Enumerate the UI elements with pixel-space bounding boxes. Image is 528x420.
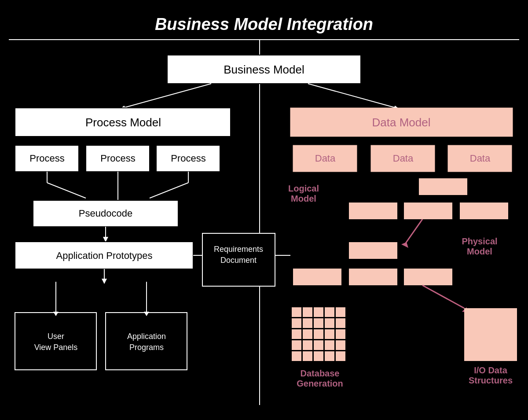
svg-line-7 (308, 84, 396, 108)
svg-rect-45 (419, 178, 467, 195)
svg-rect-46 (349, 203, 397, 219)
svg-marker-99 (348, 333, 352, 338)
svg-rect-92 (314, 351, 323, 361)
svg-rect-75 (292, 318, 301, 328)
svg-rect-77 (314, 318, 323, 328)
svg-marker-50 (401, 242, 408, 248)
svg-rect-3 (167, 55, 361, 84)
svg-rect-74 (336, 307, 345, 317)
svg-text:Data: Data (315, 153, 336, 164)
svg-text:Structures: Structures (469, 376, 513, 385)
svg-rect-88 (325, 340, 334, 350)
svg-rect-83 (325, 329, 334, 339)
svg-text:Document: Document (220, 256, 257, 265)
svg-line-5 (123, 84, 211, 108)
svg-rect-84 (336, 329, 345, 339)
svg-text:Application Prototypes: Application Prototypes (56, 250, 153, 261)
svg-marker-39 (102, 279, 107, 284)
svg-text:Programs: Programs (129, 343, 164, 352)
svg-text:Database: Database (301, 368, 340, 378)
svg-text:Model: Model (291, 194, 316, 203)
svg-text:Requirements: Requirements (214, 245, 263, 254)
svg-rect-97 (464, 308, 517, 361)
svg-rect-21 (371, 145, 435, 172)
svg-marker-35 (103, 237, 108, 242)
svg-text:Process: Process (171, 153, 205, 164)
svg-rect-23 (448, 145, 512, 172)
svg-text:Generation: Generation (297, 379, 343, 388)
svg-text:Data Model: Data Model (372, 116, 431, 129)
svg-rect-82 (314, 329, 323, 339)
svg-rect-80 (292, 329, 301, 339)
svg-rect-85 (292, 340, 301, 350)
svg-text:Process: Process (29, 153, 64, 164)
svg-marker-58 (462, 307, 469, 313)
svg-text:Physical: Physical (462, 236, 497, 246)
title-text: Business Model Integration (155, 15, 373, 33)
svg-rect-76 (303, 318, 312, 328)
svg-rect-89 (336, 340, 345, 350)
svg-rect-69 (290, 306, 350, 365)
svg-rect-36 (15, 242, 193, 269)
svg-rect-15 (86, 145, 150, 172)
svg-rect-55 (349, 269, 397, 285)
svg-rect-11 (290, 108, 513, 136)
svg-text:Data: Data (393, 153, 414, 164)
svg-rect-79 (336, 318, 345, 328)
svg-rect-71 (303, 307, 312, 317)
svg-rect-48 (460, 203, 508, 219)
svg-rect-47 (404, 203, 452, 219)
svg-rect-0 (0, 0, 528, 420)
svg-rect-87 (314, 340, 323, 350)
svg-text:Process Model: Process Model (85, 116, 161, 129)
svg-rect-73 (325, 307, 334, 317)
svg-text:I/O Data: I/O Data (474, 365, 507, 375)
svg-rect-86 (303, 340, 312, 350)
svg-marker-68 (144, 312, 149, 316)
svg-text:View Panels: View Panels (34, 343, 78, 352)
svg-rect-59 (15, 313, 96, 370)
svg-line-29 (150, 183, 188, 198)
svg-rect-54 (293, 269, 341, 285)
svg-rect-9 (15, 108, 231, 136)
svg-rect-19 (293, 145, 357, 172)
svg-rect-62 (106, 313, 187, 370)
svg-text:User: User (48, 332, 64, 341)
svg-line-26 (47, 183, 86, 198)
svg-rect-93 (325, 351, 334, 361)
svg-rect-94 (336, 351, 345, 361)
svg-rect-78 (325, 318, 334, 328)
svg-text:Business Model: Business Model (224, 63, 304, 76)
svg-rect-81 (303, 329, 312, 339)
svg-rect-70 (292, 307, 301, 317)
svg-text:Process: Process (100, 153, 135, 164)
svg-text:Pseudocode: Pseudocode (79, 208, 132, 219)
svg-text:Model: Model (467, 247, 492, 256)
svg-text:Data: Data (470, 153, 491, 164)
svg-marker-66 (53, 312, 59, 316)
svg-marker-31 (115, 202, 121, 207)
diagram-svg: Business Model Integration Business Mode… (0, 0, 528, 420)
svg-marker-6 (120, 106, 128, 111)
svg-rect-17 (156, 145, 220, 172)
svg-rect-13 (15, 145, 79, 172)
diagram-container: Business Model Integration Business Mode… (0, 0, 528, 420)
svg-rect-72 (314, 307, 323, 317)
svg-rect-90 (292, 351, 301, 361)
svg-marker-8 (392, 106, 400, 111)
svg-line-49 (405, 219, 422, 244)
svg-rect-40 (202, 233, 275, 286)
svg-text:Application: Application (127, 332, 166, 341)
svg-rect-91 (303, 351, 312, 361)
svg-text:Logical: Logical (288, 184, 319, 193)
svg-rect-53 (349, 242, 397, 259)
svg-rect-56 (404, 269, 452, 285)
svg-line-57 (422, 285, 464, 308)
svg-rect-32 (33, 200, 178, 227)
